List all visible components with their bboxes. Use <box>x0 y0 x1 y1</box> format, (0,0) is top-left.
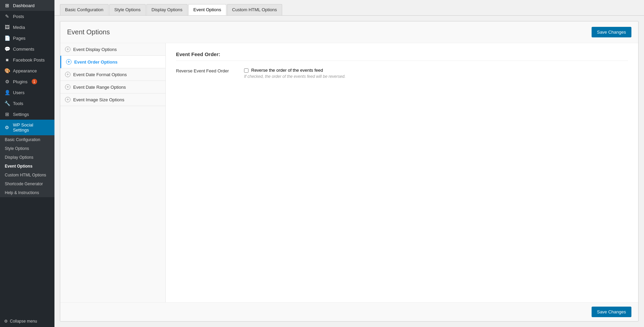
sidebar-item-label: Pages <box>13 36 26 41</box>
panel-item-event-date-range-options[interactable]: + Event Date Range Options <box>60 81 165 93</box>
facebook-icon: ■ <box>4 57 10 63</box>
tab-basic-configuration[interactable]: Basic Configuration <box>60 4 109 15</box>
sidebar-item-label: Posts <box>13 14 24 19</box>
form-label-reverse: Reverse Event Feed Order <box>176 68 244 73</box>
save-button-bottom[interactable]: Save Changes <box>592 307 631 317</box>
sidebar-item-appearance[interactable]: 🎨 Appearance <box>0 65 54 76</box>
page-title: Event Options <box>67 28 110 36</box>
section-title: Event Feed Order: <box>176 51 628 61</box>
sidebar-item-label: Comments <box>13 47 34 52</box>
tab-display-options[interactable]: Display Options <box>146 4 188 15</box>
pages-icon: 📄 <box>4 35 10 41</box>
collapse-icon: ⚙ <box>4 319 8 324</box>
save-button-top[interactable]: Save Changes <box>592 27 631 37</box>
appearance-icon: 🎨 <box>4 68 10 73</box>
submenu: Basic Configuration Style Options Displa… <box>0 135 54 197</box>
sidebar-item-comments[interactable]: 💬 Comments <box>0 44 54 54</box>
sidebar-item-tools[interactable]: 🔧 Tools <box>0 98 54 109</box>
sidebar-item-label: Settings <box>13 112 29 117</box>
collapse-label: Collapse menu <box>10 319 37 324</box>
sidebar-item-dashboard[interactable]: ⊞ Dashboard <box>0 0 54 11</box>
sidebar-item-settings[interactable]: ⊞ Settings <box>0 109 54 120</box>
sidebar-item-label: Dashboard <box>13 3 35 8</box>
sidebar-item-label: Appearance <box>13 68 37 73</box>
submenu-item-style-options[interactable]: Style Options <box>0 144 54 153</box>
sidebar-item-posts[interactable]: ✎ Posts <box>0 11 54 22</box>
posts-icon: ✎ <box>4 14 10 19</box>
dashboard-icon: ⊞ <box>4 3 10 8</box>
tab-style-options[interactable]: Style Options <box>109 4 146 15</box>
right-panel: Event Feed Order: Reverse Event Feed Ord… <box>166 43 638 302</box>
tab-custom-html-options[interactable]: Custom HTML Options <box>227 4 282 15</box>
top-tabs: Basic Configuration Style Options Displa… <box>54 0 644 16</box>
sidebar-item-label: Facebook Posts <box>13 57 45 63</box>
sidebar-item-plugins[interactable]: ⚙ Plugins 1 <box>0 76 54 87</box>
sidebar-item-facebook-posts[interactable]: ■ Facebook Posts <box>0 54 54 65</box>
reverse-feed-checkbox[interactable] <box>244 68 248 73</box>
submenu-item-shortcode-generator[interactable]: Shortcode Generator <box>0 179 54 188</box>
form-control-reverse: Reverse the order of the events feed If … <box>244 68 628 79</box>
content-wrap: Event Options Save Changes + Event Displ… <box>54 16 644 327</box>
sidebar-item-label: Media <box>13 25 25 30</box>
panel-item-event-image-size-options[interactable]: + Event Image Size Options <box>60 93 165 106</box>
plus-icon: + <box>65 72 70 77</box>
panel-item-label: Event Order Options <box>74 59 117 65</box>
comments-icon: 💬 <box>4 46 10 52</box>
content-body: + Event Display Options + Event Order Op… <box>60 43 638 302</box>
tools-icon: 🔧 <box>4 101 10 106</box>
submenu-item-help-instructions[interactable]: Help & Instructions <box>0 188 54 197</box>
panel-item-label: Event Image Size Options <box>73 97 124 102</box>
content-header: Event Options Save Changes <box>60 21 638 43</box>
panel-item-event-date-format-options[interactable]: + Event Date Format Options <box>60 68 165 81</box>
sidebar-item-pages[interactable]: 📄 Pages <box>0 33 54 44</box>
plugins-badge: 1 <box>32 79 37 84</box>
tab-event-options[interactable]: Event Options <box>188 4 226 15</box>
wp-social-icon: ⚙ <box>4 125 10 130</box>
sidebar-item-media[interactable]: 🖼 Media <box>0 22 54 33</box>
collapse-menu[interactable]: ⚙ Collapse menu <box>0 315 54 327</box>
content-box: Event Options Save Changes + Event Displ… <box>60 21 639 322</box>
form-row-reverse-event-feed: Reverse Event Feed Order Reverse the ord… <box>176 68 628 79</box>
media-icon: 🖼 <box>4 24 10 30</box>
plus-icon: + <box>65 47 70 52</box>
panel-item-label: Event Date Range Options <box>73 85 126 90</box>
plus-icon: + <box>65 84 70 90</box>
settings-icon: ⊞ <box>4 111 10 117</box>
panel-item-event-order-options[interactable]: + Event Order Options <box>60 56 165 68</box>
submenu-item-basic-configuration[interactable]: Basic Configuration <box>0 135 54 144</box>
sidebar-item-label: Plugins <box>13 79 28 84</box>
main-content: Basic Configuration Style Options Displa… <box>54 0 644 327</box>
sidebar-item-wp-social-settings[interactable]: ⚙ WP Social Settings <box>0 120 54 135</box>
panel-item-event-display-options[interactable]: + Event Display Options <box>60 43 165 56</box>
left-panel: + Event Display Options + Event Order Op… <box>60 43 166 302</box>
plus-icon-active: + <box>66 59 71 65</box>
panel-item-label: Event Display Options <box>73 47 117 52</box>
checkbox-label[interactable]: Reverse the order of the events feed <box>251 68 323 73</box>
checkbox-row: Reverse the order of the events feed <box>244 68 628 73</box>
plus-icon: + <box>65 97 70 102</box>
sidebar: ⊞ Dashboard ✎ Posts 🖼 Media 📄 Pages 💬 Co… <box>0 0 54 327</box>
submenu-item-custom-html-options[interactable]: Custom HTML Options <box>0 171 54 179</box>
users-icon: 👤 <box>4 90 10 95</box>
content-footer: Save Changes <box>60 302 638 321</box>
plugins-icon: ⚙ <box>4 79 10 84</box>
submenu-item-display-options[interactable]: Display Options <box>0 153 54 162</box>
sidebar-item-label: WP Social Settings <box>13 122 50 133</box>
sidebar-item-label: Users <box>13 90 25 95</box>
form-hint: If checked, the order of the events feed… <box>244 74 628 79</box>
sidebar-item-label: Tools <box>13 101 23 106</box>
panel-item-label: Event Date Format Options <box>73 72 127 77</box>
submenu-item-event-options[interactable]: Event Options <box>0 162 54 171</box>
sidebar-item-users[interactable]: 👤 Users <box>0 87 54 98</box>
